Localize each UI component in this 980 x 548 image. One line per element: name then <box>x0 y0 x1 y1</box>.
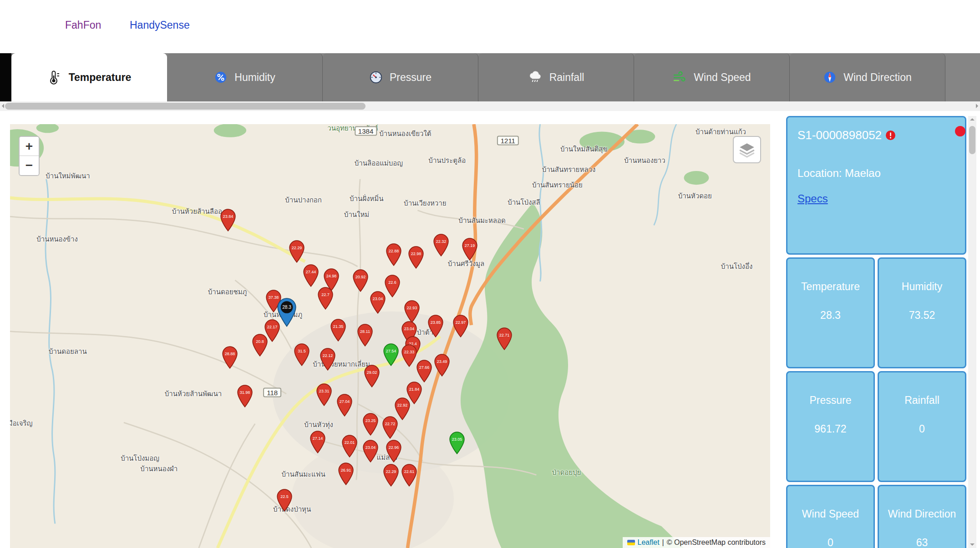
osm-attribution-link[interactable]: © OpenStreetMap contributors <box>667 538 766 547</box>
metric-label: Temperature <box>787 281 873 293</box>
map-marker-red[interactable]: 23.31 <box>316 383 332 406</box>
fahfon-brand-link[interactable]: FahFon <box>65 19 101 31</box>
station-sidebar: S1-0000898052 Location: Maelao Specs Tem… <box>786 116 966 548</box>
map-marker-red[interactable]: 23.25 <box>362 413 379 436</box>
map-marker-red[interactable]: 27.04 <box>336 394 353 417</box>
svg-text:27.14: 27.14 <box>313 436 323 441</box>
map-marker-red[interactable]: 26.91 <box>338 463 354 485</box>
map-marker-green[interactable]: 27.54 <box>383 343 399 366</box>
svg-text:23.49: 23.49 <box>437 359 447 364</box>
map-marker-red[interactable]: 23.85 <box>427 315 444 337</box>
svg-text:23.31: 23.31 <box>319 389 329 393</box>
tab-humidity[interactable]: Humidity <box>167 53 323 101</box>
svg-text:21.84: 21.84 <box>409 387 420 392</box>
metric-label: Wind Direction <box>879 508 965 520</box>
alert-icon <box>885 130 896 141</box>
map-marker-red[interactable]: 28.11 <box>357 324 373 347</box>
svg-text:22.12: 22.12 <box>323 353 333 358</box>
map-marker-red[interactable]: 22.72 <box>382 416 398 439</box>
svg-text:22.88: 22.88 <box>389 249 399 253</box>
map-marker-red[interactable]: 22.61 <box>401 464 417 487</box>
map-marker-red[interactable]: 27.19 <box>462 238 478 261</box>
map-marker-red[interactable]: 28.88 <box>222 346 238 369</box>
map-marker-red[interactable]: 22.7 <box>317 287 334 310</box>
tab-rainfall[interactable]: Rainfall <box>478 53 634 101</box>
svg-text:23.04: 23.04 <box>404 327 414 331</box>
map-marker-red[interactable]: 22.6 <box>384 275 401 297</box>
svg-text:27.44: 27.44 <box>306 270 316 275</box>
vertical-scrollbar[interactable] <box>968 116 976 548</box>
svg-text:22.6: 22.6 <box>388 280 396 285</box>
metric-label: Humidity <box>879 281 965 293</box>
svg-text:22.7: 22.7 <box>321 292 330 297</box>
scroll-right-arrow-icon[interactable] <box>976 104 978 108</box>
map-marker-red[interactable]: 22.33 <box>401 344 417 367</box>
map-marker-red[interactable]: 31.98 <box>237 385 253 407</box>
svg-text:20.92: 20.92 <box>355 275 366 280</box>
map-marker-red[interactable]: 22.29 <box>289 240 305 263</box>
scroll-down-arrow-icon[interactable] <box>970 543 975 546</box>
sensor-tab-bar: TemperatureHumidityPressureRainfallWind … <box>0 53 980 101</box>
status-indicator-dot <box>955 126 965 136</box>
leaflet-link[interactable]: Leaflet <box>638 538 660 547</box>
map-marker-red[interactable]: 20.92 <box>352 269 369 292</box>
leaflet-map[interactable]: วนอุทยานอาพันธ์บ้านหนองเขียวใต้บ้านด้ายท… <box>10 124 770 548</box>
svg-text:31.98: 31.98 <box>240 390 250 395</box>
map-marker-red[interactable]: 22.93 <box>404 300 420 323</box>
map-marker-red[interactable]: 27.14 <box>310 431 326 453</box>
svg-text:23.04: 23.04 <box>365 445 376 450</box>
handysense-brand-link[interactable]: HandySense <box>130 19 190 31</box>
metric-card-humidity: Humidity73.52 <box>878 257 966 368</box>
map-marker-red[interactable]: 22.88 <box>386 243 402 266</box>
map-marker-red[interactable]: 22.32 <box>433 234 449 256</box>
metric-value: 63 <box>879 537 965 548</box>
map-marker-red[interactable]: 22.71 <box>496 327 513 350</box>
tab-wind-speed[interactable]: Wind Speed <box>634 53 790 101</box>
map-marker-red[interactable]: 22.98 <box>408 246 424 269</box>
tab-pressure[interactable]: Pressure <box>323 53 478 101</box>
metric-value: 0 <box>787 537 873 548</box>
map-marker-red[interactable]: 22.12 <box>320 348 336 371</box>
attribution-separator: | <box>662 538 664 547</box>
zoom-out-button[interactable]: − <box>20 156 39 175</box>
map-marker-red[interactable]: 23.04 <box>362 440 379 463</box>
map-marker-red[interactable]: 29.02 <box>364 365 380 387</box>
svg-text:27.54: 27.54 <box>386 349 396 353</box>
svg-text:22.01: 22.01 <box>345 440 355 445</box>
map-marker-red[interactable]: 23.49 <box>434 354 450 377</box>
svg-text:22.61: 22.61 <box>404 469 414 474</box>
zoom-in-button[interactable]: + <box>20 137 39 156</box>
map-marker-red[interactable]: 23.04 <box>370 291 386 314</box>
map-marker-red[interactable]: 22.97 <box>452 315 469 337</box>
map-marker-red[interactable]: 22.96 <box>386 440 402 463</box>
map-marker-green[interactable]: 23.05 <box>449 432 465 454</box>
specs-link[interactable]: Specs <box>797 192 828 205</box>
vertical-scrollbar-thumb[interactable] <box>969 126 975 154</box>
svg-text:27.66: 27.66 <box>419 365 430 370</box>
map-marker-red[interactable]: 27.66 <box>416 360 432 382</box>
scroll-up-arrow-icon[interactable] <box>970 118 975 121</box>
map-marker-red[interactable]: 31.5 <box>294 343 310 366</box>
tab-label: Rainfall <box>549 71 584 84</box>
map-marker-red[interactable]: 20.8 <box>252 334 268 357</box>
layers-control[interactable] <box>733 136 761 163</box>
map-marker-red[interactable]: 27.44 <box>303 264 319 287</box>
tab-wind-direction[interactable]: Wind Direction <box>790 53 945 101</box>
map-marker-red[interactable]: 22.01 <box>341 435 358 458</box>
map-marker-red[interactable]: 22.29 <box>383 464 399 487</box>
svg-text:23.25: 23.25 <box>365 419 376 423</box>
marker-layer: 23.8422.3227.1922.2922.8822.9827.4424.98… <box>10 124 770 548</box>
svg-text:22.29: 22.29 <box>386 469 396 474</box>
map-marker-red[interactable]: 23.84 <box>220 209 236 231</box>
horizontal-scrollbar[interactable] <box>0 101 980 111</box>
map-marker-red[interactable]: 22.5 <box>276 489 293 512</box>
scroll-left-arrow-icon[interactable] <box>2 104 4 108</box>
map-marker-red[interactable]: 21.35 <box>330 319 346 342</box>
metric-card-temperature: Temperature28.3 <box>786 257 875 368</box>
station-id-text: S1-0000898052 <box>797 128 882 142</box>
horizontal-scrollbar-thumb[interactable] <box>5 103 366 110</box>
selected-map-marker[interactable]: 28.3 <box>276 298 297 327</box>
tab-temperature[interactable]: Temperature <box>11 53 167 101</box>
tab-label: Wind Direction <box>843 71 912 84</box>
top-header: FahFon HandySense <box>0 0 980 53</box>
